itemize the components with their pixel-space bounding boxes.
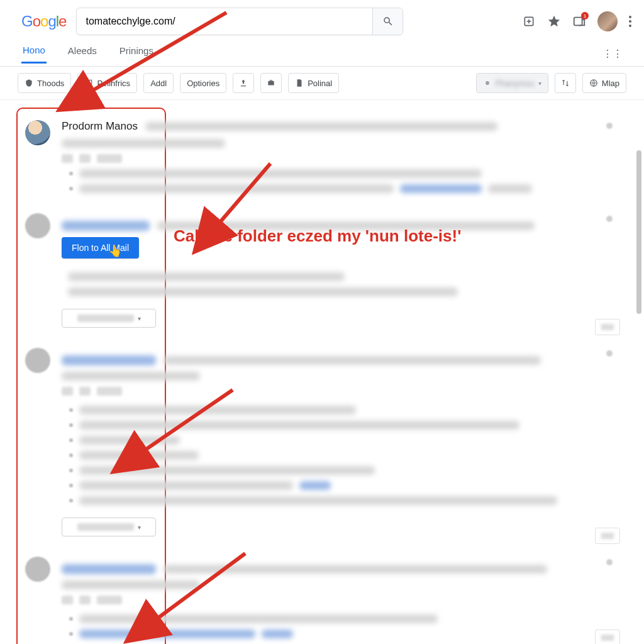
blurred-text <box>145 122 497 131</box>
blurred-badge <box>62 387 73 396</box>
chip-pelihfrics[interactable]: Pelihfrics <box>77 73 137 93</box>
blurred-text <box>62 580 200 589</box>
blurred-badge <box>62 596 73 604</box>
chevron-down-icon: ▾ <box>538 80 541 87</box>
blurred-link[interactable] <box>79 630 255 638</box>
blurred-text <box>79 466 375 475</box>
blurred-link[interactable] <box>62 355 156 365</box>
blurred-text <box>79 496 557 505</box>
tab-aleeds[interactable]: Aleeds <box>67 45 98 62</box>
blurred-text <box>79 451 199 460</box>
box-icon <box>84 79 93 87</box>
result-item <box>18 548 626 644</box>
shield-icon <box>25 79 33 87</box>
result-action-mini[interactable] <box>595 319 620 335</box>
blurred-text <box>79 184 394 193</box>
blurred-text <box>164 356 541 365</box>
tabs-row: Hono Aleeds Prinings ⋮⋮ <box>0 42 644 67</box>
blurred-text <box>79 169 482 178</box>
result-action-mini[interactable] <box>595 528 620 544</box>
chip-thoods[interactable]: Thoods <box>18 73 71 93</box>
result-menu-icon[interactable] <box>606 123 613 129</box>
result-dropdown[interactable]: ▾ <box>62 518 156 536</box>
blurred-link[interactable] <box>299 481 331 490</box>
blurred-text <box>68 272 345 281</box>
result-menu-icon[interactable] <box>606 559 613 565</box>
chip-label: Optiories <box>187 79 219 88</box>
blurred-badge <box>79 387 91 396</box>
search-icon <box>382 16 394 27</box>
search-input[interactable] <box>77 16 372 27</box>
search-box <box>76 8 403 35</box>
chip-label: Addl <box>150 79 167 88</box>
results-area: Prodorm Manos Flon to All Mail ▾ <box>0 100 644 644</box>
blurred-badge <box>79 154 91 163</box>
result-item: Prodorm Manos <box>18 111 626 204</box>
chip-label: Pelihfrics <box>97 79 130 88</box>
chip-label: Phanymou <box>496 79 535 88</box>
chip-upload[interactable] <box>233 73 254 93</box>
result-menu-icon[interactable] <box>606 216 613 222</box>
svg-point-5 <box>486 81 489 85</box>
tab-prinings[interactable]: Prinings <box>118 45 155 62</box>
blurred-badge <box>97 596 122 604</box>
scrollbar[interactable] <box>636 100 641 644</box>
blurred-text <box>62 139 225 148</box>
chip-phanymou[interactable]: Phanymou ▾ <box>476 73 548 93</box>
tab-hono[interactable]: Hono <box>21 45 47 64</box>
notification-badge: 1 <box>581 12 589 19</box>
doc-icon <box>295 79 304 87</box>
result-avatar <box>25 557 50 582</box>
header-bar: Google 1 <box>0 0 644 42</box>
result-menu-icon[interactable] <box>606 350 613 357</box>
scrollbar-thumb[interactable] <box>636 150 641 314</box>
result-item: ▾ <box>18 339 626 548</box>
sort-icon <box>561 79 570 87</box>
blurred-badge <box>79 596 91 604</box>
tag-icon <box>483 79 492 87</box>
chip-optiories[interactable]: Optiories <box>180 73 226 93</box>
chip-label: Polinal <box>308 79 332 88</box>
chip-addl[interactable]: Addl <box>143 73 174 93</box>
result-action-mini[interactable] <box>595 630 620 644</box>
blurred-text <box>79 614 438 623</box>
result-dropdown[interactable]: ▾ <box>62 309 156 328</box>
grid-add-icon[interactable] <box>522 14 536 28</box>
blurred-text <box>79 406 356 414</box>
more-menu-icon[interactable] <box>629 16 631 27</box>
chip-mlap[interactable]: Mlap <box>582 73 626 93</box>
blurred-link[interactable] <box>62 564 156 574</box>
svg-rect-4 <box>86 80 92 86</box>
blurred-text <box>164 565 547 574</box>
blurred-link[interactable] <box>62 221 150 231</box>
svg-rect-3 <box>574 18 582 26</box>
star-icon[interactable] <box>547 14 561 28</box>
notifications-icon[interactable]: 1 <box>572 14 586 28</box>
result-author-name: Prodorm Manos <box>62 120 138 133</box>
blurred-text <box>68 287 458 296</box>
chip-sort[interactable] <box>555 73 576 93</box>
chip-label: Mlap <box>602 79 619 88</box>
blurred-badge <box>97 154 122 163</box>
filter-chips-row: Thoods Pelihfrics Addl Optiories Polinal… <box>0 67 644 100</box>
result-item: Flon to All Mail ▾ <box>18 204 626 339</box>
result-avatar <box>25 348 50 373</box>
blurred-badge <box>62 154 73 163</box>
upload-icon <box>239 79 248 87</box>
blurred-text <box>79 436 180 445</box>
annotation-callout: Call nfe folder eczed my 'nun lote-is!' <box>174 226 461 246</box>
chip-label: Thoods <box>37 79 64 88</box>
account-avatar[interactable] <box>597 11 618 31</box>
globe-icon <box>589 79 598 87</box>
blurred-text <box>79 421 519 430</box>
blurred-link[interactable] <box>262 630 293 638</box>
blurred-link[interactable] <box>400 184 482 193</box>
flow-to-all-mail-button[interactable]: Flon to All Mail <box>62 237 139 258</box>
blurred-text <box>62 372 200 380</box>
blurred-badge <box>97 387 122 396</box>
result-avatar <box>25 213 50 238</box>
chip-briefcase[interactable] <box>260 73 282 93</box>
chip-polinal[interactable]: Polinal <box>288 73 339 93</box>
tabs-settings-icon[interactable]: ⋮⋮ <box>602 48 623 60</box>
search-button[interactable] <box>372 8 402 35</box>
